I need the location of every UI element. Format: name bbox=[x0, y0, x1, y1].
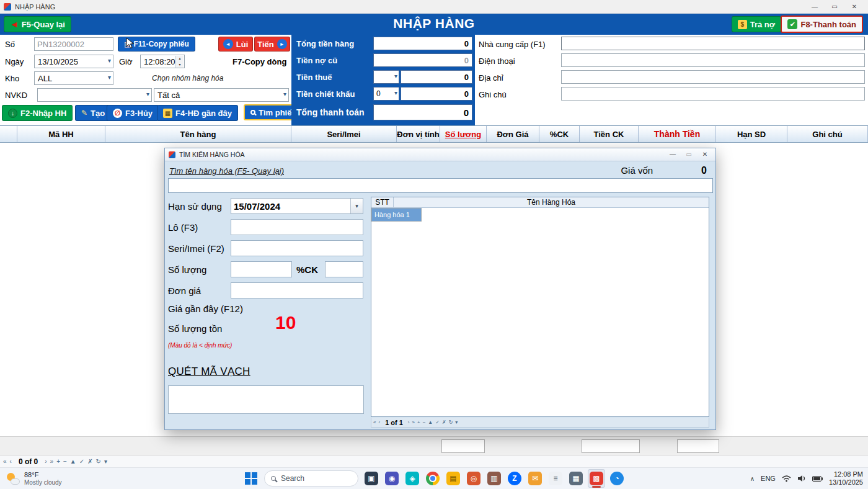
product-group-select[interactable]: Tất cả ▾ bbox=[154, 88, 289, 102]
monitor-app-icon[interactable]: ▣ bbox=[363, 469, 380, 488]
nav-button[interactable]: « bbox=[373, 420, 376, 425]
nav-button[interactable]: ‹ bbox=[378, 420, 380, 425]
teams-icon[interactable]: ◉ bbox=[383, 469, 401, 488]
taskbar-search[interactable]: Search bbox=[264, 470, 358, 487]
nav-button[interactable]: ↻ bbox=[449, 420, 453, 425]
result-row[interactable]: 1Hàng hóa 1 bbox=[371, 208, 709, 218]
grid-column-header-5[interactable]: Số lượng bbox=[440, 126, 487, 142]
nav-button[interactable]: ‹ bbox=[10, 459, 12, 465]
nav-button[interactable]: ✗ bbox=[87, 459, 92, 465]
nav-button[interactable]: » bbox=[50, 459, 54, 465]
nav-button[interactable]: « bbox=[3, 459, 7, 465]
nav-button[interactable]: ✓ bbox=[435, 420, 440, 425]
tray-expand-icon[interactable]: ∧ bbox=[750, 475, 755, 482]
date-picker[interactable]: 13/10/2025 ▾ bbox=[34, 55, 113, 68]
nav-button[interactable]: ✗ bbox=[442, 420, 446, 425]
f4-recent-invoices-button[interactable]: ▦ F4-HĐ gần đây bbox=[157, 105, 238, 121]
wifi-icon[interactable] bbox=[782, 475, 791, 482]
salesperson-select[interactable]: ▾ bbox=[37, 88, 152, 102]
note-input[interactable] bbox=[561, 87, 865, 101]
time-spinner[interactable]: 12:08:20 ▴ ▾ bbox=[140, 55, 185, 68]
phone-input[interactable] bbox=[561, 53, 865, 67]
calendar-dropdown-icon[interactable]: ▾ bbox=[350, 199, 363, 213]
language-indicator[interactable]: ENG bbox=[761, 475, 776, 482]
pos-app-icon[interactable]: ▩ bbox=[588, 469, 605, 488]
dialog-close-button[interactable]: ✕ bbox=[697, 148, 713, 161]
grid-column-header-9[interactable]: Thành Tiền bbox=[639, 126, 716, 142]
address-input[interactable] bbox=[561, 70, 865, 84]
nav-button[interactable]: » bbox=[412, 420, 415, 425]
store-app-icon[interactable]: ▥ bbox=[485, 469, 503, 488]
grid-column-header-8[interactable]: Tiền CK bbox=[580, 126, 639, 142]
nav-button[interactable]: › bbox=[45, 459, 46, 465]
f11-copy-receipt-button[interactable]: ▣ F11-Copy phiếu bbox=[118, 37, 195, 52]
result-row-name[interactable]: Hàng hóa 1 bbox=[371, 208, 422, 222]
grid-column-header-6[interactable]: Đơn Giá bbox=[487, 126, 539, 142]
zalo-icon[interactable]: Z bbox=[506, 469, 523, 488]
supplier-input[interactable] bbox=[561, 37, 865, 50]
grid-column-header-11[interactable]: Ghi chú bbox=[787, 126, 868, 142]
search-by-name-link[interactable]: Tìm tên hàng hóa (F5- Quay lại) bbox=[169, 166, 284, 176]
nav-button[interactable]: ▲ bbox=[70, 459, 76, 465]
discount-type-select[interactable]: 0 ▾ bbox=[373, 87, 399, 101]
window-minimize-button[interactable]: — bbox=[805, 0, 825, 14]
weather-widget[interactable]: 88°F Mostly cloudy bbox=[6, 471, 62, 487]
spinner-buttons[interactable]: ▴ ▾ bbox=[175, 56, 184, 68]
f2-add-goods-button[interactable]: ↓ F2-Nhập HH bbox=[2, 105, 73, 121]
grid-column-header-7[interactable]: %CK bbox=[539, 126, 580, 142]
serial-input[interactable] bbox=[231, 240, 363, 256]
nav-button[interactable]: + bbox=[56, 459, 60, 465]
f8-payment-button[interactable]: ✔ F8-Thanh toán bbox=[781, 16, 863, 33]
grid-column-header-1[interactable]: Mã HH bbox=[17, 126, 105, 142]
warehouse-select[interactable]: ALL ▾ bbox=[34, 71, 113, 85]
lot-input[interactable] bbox=[231, 219, 363, 235]
stt-column-header[interactable]: STT bbox=[371, 197, 394, 207]
spinner-up-icon[interactable]: ▴ bbox=[176, 56, 184, 62]
file-explorer-icon[interactable]: ▤ bbox=[445, 469, 462, 488]
expiry-date-input[interactable] bbox=[231, 199, 350, 213]
battery-icon[interactable] bbox=[812, 476, 823, 482]
unit-price-input[interactable] bbox=[231, 282, 363, 298]
dialog-minimize-button[interactable]: — bbox=[665, 148, 681, 161]
grid-column-header-2[interactable]: Tên hàng bbox=[105, 126, 291, 142]
nav-button[interactable]: ▲ bbox=[428, 420, 433, 425]
mail-app-icon[interactable]: ✉ bbox=[526, 469, 544, 488]
next-receipt-button[interactable]: Tiến ► bbox=[254, 37, 290, 52]
media-app-icon[interactable]: ◈ bbox=[404, 469, 421, 488]
nav-button[interactable]: ▾ bbox=[455, 420, 458, 425]
grid-column-header-3[interactable]: Seri/Imei bbox=[291, 126, 397, 142]
chrome-icon[interactable] bbox=[424, 469, 441, 488]
tra-no-button[interactable]: $ Trả nợ bbox=[732, 16, 781, 32]
start-button[interactable] bbox=[242, 469, 260, 488]
f5-back-button[interactable]: ◄ F5-Quay lại bbox=[4, 16, 71, 32]
nav-button[interactable]: + bbox=[417, 420, 420, 425]
f3-cancel-button[interactable]: ∅ F3-Hủy bbox=[107, 105, 159, 121]
dialog-titlebar[interactable]: TÌM KIẾM HÀNG HÓA — ▭ ✕ bbox=[165, 148, 715, 161]
settings-app-icon[interactable]: ◔ bbox=[608, 469, 626, 488]
nav-button[interactable]: › bbox=[408, 420, 410, 425]
grid-column-header-4[interactable]: Đơn vị tính bbox=[397, 126, 440, 142]
dialog-maximize-button[interactable]: ▭ bbox=[681, 148, 697, 161]
barcode-input[interactable] bbox=[168, 385, 364, 414]
window-maximize-button[interactable]: ▭ bbox=[825, 0, 844, 14]
nav-button[interactable]: − bbox=[63, 459, 67, 465]
photos-icon[interactable]: ◎ bbox=[465, 469, 482, 488]
tien-chiet-khau-value[interactable]: 0 bbox=[401, 87, 472, 101]
print-app-icon[interactable]: ▦ bbox=[567, 469, 585, 488]
name-column-header[interactable]: Tên Hàng Hóa bbox=[394, 197, 709, 207]
tien-thue-value[interactable]: 0 bbox=[401, 70, 472, 84]
product-search-input[interactable] bbox=[168, 178, 713, 193]
create-button[interactable]: ✎ Tạo bbox=[75, 105, 111, 121]
nav-button[interactable]: ✓ bbox=[79, 459, 84, 465]
quantity-input[interactable] bbox=[231, 261, 292, 277]
tong-tien-hang-value[interactable]: 0 bbox=[373, 37, 472, 50]
grid-column-header-10[interactable]: Hạn SD bbox=[716, 126, 787, 142]
spinner-down-icon[interactable]: ▾ bbox=[176, 62, 184, 68]
nav-button[interactable]: ▾ bbox=[104, 459, 107, 465]
prev-receipt-button[interactable]: ◄ Lùi bbox=[218, 37, 253, 52]
nav-button[interactable]: − bbox=[423, 420, 426, 425]
tax-type-select[interactable]: ▾ bbox=[373, 70, 399, 84]
volume-icon[interactable] bbox=[797, 475, 806, 482]
expiry-date-picker[interactable]: ▾ bbox=[231, 198, 363, 214]
clock[interactable]: 12:08 PM 13/10/2025 bbox=[829, 470, 863, 487]
